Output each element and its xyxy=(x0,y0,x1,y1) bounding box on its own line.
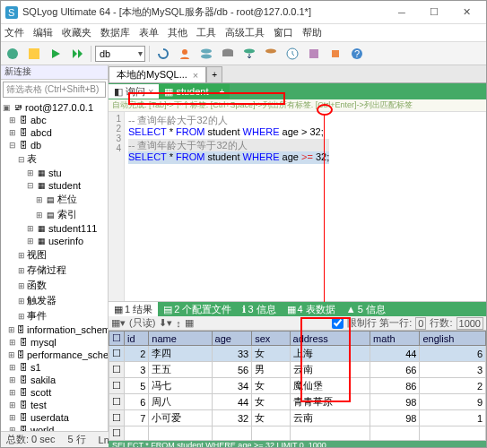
export-icon[interactable]: ⬇▾ xyxy=(159,317,172,329)
close-icon[interactable]: × xyxy=(148,86,153,97)
tree-db[interactable]: sakila xyxy=(30,375,56,385)
tree-table[interactable]: stu xyxy=(48,168,62,178)
tree-db[interactable]: test xyxy=(30,400,47,410)
import-icon[interactable] xyxy=(239,44,259,64)
maximize-button[interactable]: ☐ xyxy=(418,2,450,23)
minimize-button[interactable]: ─ xyxy=(386,2,418,23)
tree-columns[interactable]: 栏位 xyxy=(57,193,77,206)
columns-icon: ▤ xyxy=(45,194,56,205)
tree-table[interactable]: student111 xyxy=(48,223,97,234)
menu-file[interactable]: 文件 xyxy=(4,26,24,39)
run-icon[interactable] xyxy=(46,44,65,64)
new-tab-button[interactable]: + xyxy=(214,84,230,99)
users-icon[interactable] xyxy=(175,44,195,64)
tree-db[interactable]: db xyxy=(30,140,41,151)
results-tab-3[interactable]: ℹ3 信息 xyxy=(237,302,281,316)
table-row[interactable]: ☐5冯七34女魔仙堡862 xyxy=(109,378,486,394)
view-icon[interactable]: ▦▾ xyxy=(111,317,126,329)
limit-checkbox[interactable] xyxy=(332,317,344,329)
tool-icon[interactable] xyxy=(326,44,345,64)
tree-procs[interactable]: 存储过程 xyxy=(27,263,66,277)
col-english[interactable]: english xyxy=(420,332,486,346)
results-grid[interactable]: ☐ id name age sex address math english ☐… xyxy=(109,331,486,441)
col-age[interactable]: age xyxy=(212,332,252,346)
results-tab-1[interactable]: ▦1 结果 xyxy=(109,302,158,316)
tree-table[interactable]: student xyxy=(48,180,81,191)
col-math[interactable]: math xyxy=(370,332,420,346)
sql-editor[interactable]: 1234 -- 查询年龄大于32的人 SELECT * FROM student… xyxy=(109,112,486,302)
menu-other[interactable]: 其他 xyxy=(168,26,187,39)
tree-events[interactable]: 事件 xyxy=(27,309,47,323)
filter-input[interactable]: 筛选表格 (Ctrl+Shift+B) xyxy=(3,82,106,98)
tree-db[interactable]: userdata xyxy=(30,412,69,423)
rows-input[interactable]: 1000 xyxy=(457,317,483,330)
table-row[interactable]: ☐7小可爱32女云南981 xyxy=(109,410,486,426)
filter-icon[interactable]: ▦ xyxy=(185,317,194,329)
menu-tools[interactable]: 工具 xyxy=(196,26,216,39)
schedule-icon[interactable] xyxy=(283,44,302,64)
menu-help[interactable]: 帮助 xyxy=(302,26,322,39)
db-icon: 🗄 xyxy=(18,337,29,348)
object-tree[interactable]: ▣🖳root@127.0.0.1 ⊞🗄abc ⊞🗄abcd ⊟🗄db ⊟表 ⊞▦… xyxy=(1,99,108,431)
new-query-icon[interactable] xyxy=(24,44,44,64)
tree-views[interactable]: 视图 xyxy=(27,248,47,262)
menu-fav[interactable]: 收藏夹 xyxy=(62,26,91,39)
export-icon[interactable] xyxy=(261,44,281,64)
tree-db[interactable]: s1 xyxy=(30,362,41,373)
col-id[interactable]: id xyxy=(125,332,149,346)
table-row[interactable]: ☐6周八44女青青草原989 xyxy=(109,394,486,410)
query-tab[interactable]: ◧询问× xyxy=(109,84,159,99)
tree-db[interactable]: scott xyxy=(30,387,51,398)
sort-icon[interactable]: ↕ xyxy=(176,318,181,329)
run-all-icon[interactable] xyxy=(67,44,87,64)
sync-icon[interactable] xyxy=(196,44,216,64)
tree-tables[interactable]: 表 xyxy=(27,152,37,166)
new-connection-tab[interactable]: + xyxy=(206,66,222,82)
col-name[interactable]: name xyxy=(149,332,212,346)
backup-icon[interactable] xyxy=(218,44,238,64)
tree-db[interactable]: information_schema xyxy=(27,324,108,335)
database-selector[interactable]: db xyxy=(95,46,145,62)
svg-rect-3 xyxy=(29,48,39,59)
col-address[interactable]: address xyxy=(290,332,370,346)
menu-edit[interactable]: 编辑 xyxy=(33,26,53,39)
tree-db[interactable]: world xyxy=(30,425,54,431)
menu-table[interactable]: 表单 xyxy=(139,26,159,39)
results-tab-4[interactable]: ▦4 表数据 xyxy=(282,302,341,316)
table-icon: ▦ xyxy=(36,180,47,191)
tree-db[interactable]: abc xyxy=(30,115,47,125)
status-total: 总数: 0 sec xyxy=(6,433,55,446)
results-tab-5[interactable]: ▲5 信息 xyxy=(341,302,391,316)
menu-window[interactable]: 窗口 xyxy=(274,26,293,39)
table-tab[interactable]: ▦student xyxy=(159,84,213,99)
new-conn-icon[interactable] xyxy=(3,44,22,64)
menu-db[interactable]: 数据库 xyxy=(100,26,130,39)
db-icon: 🗄 xyxy=(18,375,29,385)
tree-db[interactable]: mysql xyxy=(30,337,57,348)
table-row[interactable]: ☐3王五56男云南663 xyxy=(109,362,486,378)
help-icon[interactable]: ? xyxy=(347,44,367,64)
first-row-input[interactable]: 0 xyxy=(415,317,426,330)
checkbox-header[interactable]: ☐ xyxy=(109,332,125,346)
connection-tab-label: 本地的MySQL... xyxy=(117,68,187,82)
results-tab-2[interactable]: ▤2 个配置文件 xyxy=(158,302,237,316)
autocomplete-hint: 自动完成: [Tab]->下个标签. [Ctrl+Space]->列出所有标签.… xyxy=(109,99,486,112)
close-button[interactable]: ✕ xyxy=(450,2,483,23)
col-sex[interactable]: sex xyxy=(252,332,290,346)
schema-icon[interactable] xyxy=(304,44,324,64)
tree-db[interactable]: performance_schema xyxy=(27,349,108,360)
menu-adv[interactable]: 高级工具 xyxy=(225,26,265,39)
connection-tab[interactable]: 本地的MySQL...× xyxy=(109,66,206,82)
tree-indexes[interactable]: 索引 xyxy=(57,208,77,221)
svg-point-2 xyxy=(7,48,18,59)
close-icon[interactable]: × xyxy=(193,70,198,81)
table-row[interactable]: ☐2李四33女上海446 xyxy=(109,346,486,362)
tree-table[interactable]: userinfo xyxy=(48,236,83,246)
tree-funcs[interactable]: 函数 xyxy=(27,279,47,292)
refresh-icon[interactable] xyxy=(153,44,173,64)
tree-root[interactable]: root@127.0.0.1 xyxy=(25,102,93,113)
tree-db[interactable]: abcd xyxy=(30,127,52,138)
tree-trig[interactable]: 触发器 xyxy=(27,294,57,307)
table-row-empty[interactable]: ☐ xyxy=(109,426,486,441)
editor-tabbar: ◧询问× ▦student + xyxy=(109,83,486,99)
